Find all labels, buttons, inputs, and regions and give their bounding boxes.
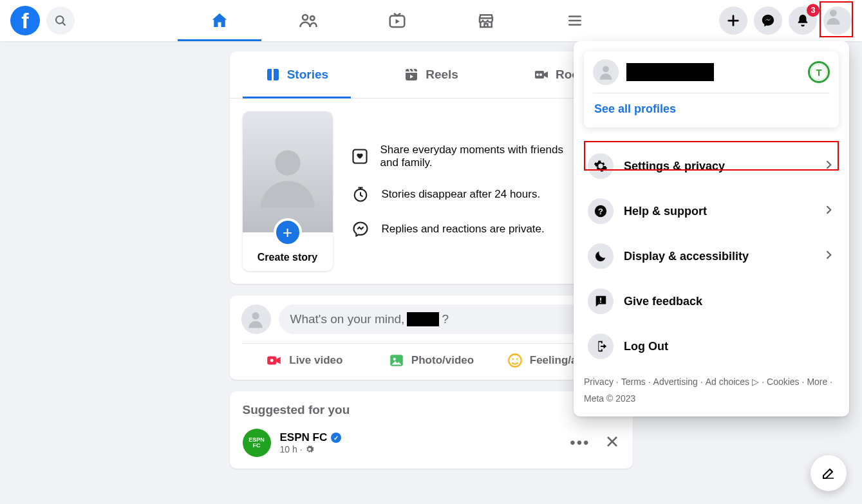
- svg-point-2: [303, 15, 308, 20]
- suggested-card: Suggested for you ESPN FC ESPN FC ✓ 10 h…: [230, 391, 633, 469]
- switch-profile-badge[interactable]: T: [808, 61, 830, 83]
- tab-stories[interactable]: Stories: [230, 51, 364, 98]
- live-video-icon: [266, 352, 283, 369]
- tab-reels-label: Reels: [426, 68, 458, 82]
- stories-tabs: Stories Reels Rooms: [230, 51, 633, 98]
- composer-live-button[interactable]: Live video: [241, 344, 368, 377]
- menu-help-support[interactable]: ? Help & support: [584, 192, 839, 230]
- logout-icon: [588, 333, 614, 359]
- avatar-icon: [597, 63, 615, 81]
- svg-point-24: [512, 359, 514, 360]
- suggested-heading: Suggested for you: [243, 403, 620, 417]
- account-avatar: [593, 59, 619, 85]
- tab-reels[interactable]: Reels: [364, 51, 498, 98]
- watch-icon: [388, 11, 407, 30]
- svg-point-18: [252, 312, 259, 319]
- search-icon: [54, 14, 67, 27]
- stories-info-line: Share everyday moments with friends and …: [351, 144, 566, 169]
- create-story-tile[interactable]: + Create story: [243, 111, 333, 271]
- footer-cookies-link[interactable]: Cookies: [767, 375, 804, 389]
- suggested-item-time: 10 h: [280, 444, 297, 454]
- svg-line-1: [62, 23, 65, 25]
- suggested-more-button[interactable]: •••: [570, 434, 590, 452]
- feedback-icon: [588, 288, 614, 314]
- composer-row: What's on your mind, ?: [241, 304, 621, 334]
- search-button[interactable]: [46, 6, 75, 35]
- close-icon: [604, 434, 620, 449]
- account-menu-footer: Privacy Terms Advertising Ad choices ▷ ·…: [584, 375, 839, 406]
- avatar-icon: [245, 309, 266, 330]
- menu-label: Help & support: [624, 205, 707, 218]
- help-icon: ?: [588, 198, 614, 224]
- footer-terms-link[interactable]: Terms: [621, 375, 651, 389]
- menu-label: Give feedback: [624, 295, 702, 308]
- stories-body: + Create story Share everyday moments wi…: [230, 98, 633, 284]
- divider: [593, 93, 830, 93]
- composer-avatar[interactable]: [241, 304, 271, 334]
- composer-actions: Live video Photo/video Feeling/activity: [241, 343, 621, 377]
- menu-display-accessibility[interactable]: Display & accessibility: [584, 237, 839, 275]
- menu-label: Settings & privacy: [624, 160, 725, 173]
- suggested-item-name: ESPN FC: [280, 431, 328, 444]
- menu-give-feedback[interactable]: Give feedback: [584, 282, 839, 321]
- menu-label: Display & accessibility: [624, 250, 749, 263]
- svg-point-15: [275, 150, 300, 175]
- svg-rect-11: [406, 69, 417, 80]
- composer-input[interactable]: What's on your mind, ?: [279, 304, 621, 334]
- nav-friends[interactable]: [267, 1, 350, 41]
- messenger-icon: [761, 14, 775, 28]
- svg-point-10: [830, 10, 837, 17]
- facebook-logo[interactable]: f: [10, 6, 40, 35]
- svg-point-23: [509, 354, 521, 367]
- composer-photo-button[interactable]: Photo/video: [368, 344, 494, 377]
- create-button[interactable]: [719, 6, 747, 35]
- svg-point-28: [603, 66, 609, 72]
- menu-log-out[interactable]: Log Out: [584, 327, 839, 366]
- composer-prompt-prefix: What's on your mind,: [290, 312, 405, 326]
- menu-icon: [567, 12, 583, 29]
- nav-watch[interactable]: [355, 1, 439, 41]
- home-icon: [210, 11, 229, 30]
- avatar-icon: [823, 6, 843, 26]
- footer-adchoices-link[interactable]: Ad choices: [706, 375, 749, 389]
- chevron-right-icon: [822, 248, 835, 264]
- suggested-item[interactable]: ESPN FC ESPN FC ✓ 10 h · •••: [243, 429, 620, 457]
- stories-info-text: Replies and reactions are private.: [382, 223, 545, 236]
- footer-copyright: Meta © 2023: [584, 391, 635, 406]
- suggested-item-actions: •••: [570, 434, 619, 452]
- account-name-redacted: [626, 63, 714, 81]
- messenger-button[interactable]: [754, 6, 782, 35]
- stories-info-text: Share everyday moments with friends and …: [380, 144, 566, 169]
- nav-home[interactable]: [178, 1, 261, 41]
- chevron-right-icon: [822, 158, 835, 174]
- new-message-fab[interactable]: [810, 455, 847, 491]
- avatar-icon: [252, 124, 324, 220]
- nav-more[interactable]: [533, 1, 617, 41]
- see-all-profiles-link[interactable]: See all profiles: [593, 100, 830, 118]
- svg-point-25: [516, 359, 518, 360]
- composer-username-redacted: [407, 312, 439, 326]
- menu-settings-privacy[interactable]: Settings & privacy: [584, 147, 839, 185]
- footer-more-link[interactable]: More: [807, 375, 832, 389]
- top-right-controls: 3: [719, 6, 852, 35]
- account-button[interactable]: [823, 6, 852, 35]
- svg-rect-32: [600, 301, 601, 303]
- svg-point-14: [539, 73, 542, 76]
- suggested-item-title: ESPN FC ✓: [280, 431, 342, 444]
- footer-privacy-link[interactable]: Privacy: [584, 375, 619, 389]
- notifications-button[interactable]: 3: [789, 6, 817, 35]
- top-nav: [75, 1, 719, 41]
- messenger-outline-icon: [351, 219, 370, 239]
- marketplace-icon: [476, 11, 496, 30]
- verified-badge-icon: ✓: [331, 433, 341, 443]
- svg-text:?: ?: [598, 207, 603, 216]
- switch-profile-letter: T: [816, 67, 821, 78]
- plus-icon: [726, 14, 740, 28]
- footer-advertising-link[interactable]: Advertising: [653, 375, 703, 389]
- account-current-profile[interactable]: T: [593, 59, 830, 85]
- reels-icon: [404, 67, 419, 82]
- suggested-item-body: ESPN FC ✓ 10 h ·: [280, 431, 342, 454]
- nav-marketplace[interactable]: [444, 1, 528, 41]
- svg-rect-31: [600, 298, 601, 301]
- suggested-close-button[interactable]: [604, 434, 620, 452]
